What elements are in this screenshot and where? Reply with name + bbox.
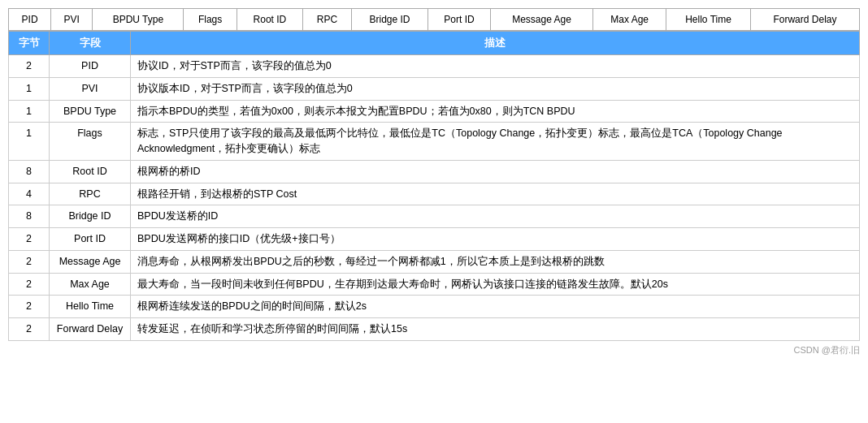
table-row: 2Forward Delay转发延迟，在侦听和学习状态所停留的时间间隔，默认15… xyxy=(9,318,860,341)
header-col: Port ID xyxy=(428,9,491,31)
header-col: Hello Time xyxy=(666,9,751,31)
cell-field: RPC xyxy=(50,183,131,205)
cell-field: Message Age xyxy=(50,250,131,273)
cell-desc: 根网桥的桥ID xyxy=(131,160,860,183)
header-col: Forward Delay xyxy=(750,9,859,31)
table-row: 2Hello Time根网桥连续发送的BPDU之间的时间间隔，默认2s xyxy=(9,296,860,318)
cell-field: BPDU Type xyxy=(50,100,131,123)
header-col: Flags xyxy=(184,9,237,31)
cell-desc: 转发延迟，在侦听和学习状态所停留的时间间隔，默认15s xyxy=(131,318,860,341)
table-row: 1PVI协议版本ID，对于STP而言，该字段的值总为0 xyxy=(9,77,860,100)
table-row: 2Message Age消息寿命，从根网桥发出BPDU之后的秒数，每经过一个网桥… xyxy=(9,250,860,273)
table-row: 8Root ID根网桥的桥ID xyxy=(9,160,860,183)
cell-desc: 指示本BPDU的类型，若值为0x00，则表示本报文为配置BPDU；若值为0x80… xyxy=(131,100,860,123)
cell-field: Forward Delay xyxy=(50,318,131,341)
table-row: 2Max Age最大寿命，当一段时间未收到任何BPDU，生存期到达最大寿命时，网… xyxy=(9,273,860,296)
table-row: 2Port IDBPDU发送网桥的接口ID（优先级+接口号） xyxy=(9,228,860,251)
header-col: PVI xyxy=(51,9,93,31)
cell-desc: 根路径开销，到达根桥的STP Cost xyxy=(131,183,860,205)
header-col: Bridge ID xyxy=(351,9,427,31)
cell-bytes: 2 xyxy=(9,318,50,341)
cell-bytes: 2 xyxy=(9,250,50,273)
cell-bytes: 8 xyxy=(9,160,50,183)
cell-bytes: 2 xyxy=(9,55,50,78)
cell-desc: 消息寿命，从根网桥发出BPDU之后的秒数，每经过一个网桥都减1，所以它本质上是到… xyxy=(131,250,860,273)
header-col: BPDU Type xyxy=(93,9,184,31)
table-row: 8Bridge IDBPDU发送桥的ID xyxy=(9,205,860,228)
header-col: Root ID xyxy=(237,9,302,31)
cell-field: PID xyxy=(50,55,131,78)
cell-field: Root ID xyxy=(50,160,131,183)
cell-field: Flags xyxy=(50,123,131,161)
cell-bytes: 1 xyxy=(9,100,50,123)
cell-desc: 协议版本ID，对于STP而言，该字段的值总为0 xyxy=(131,77,860,100)
cell-bytes: 1 xyxy=(9,123,50,161)
watermark-text: CSDN @君衍.旧 xyxy=(8,344,860,356)
cell-bytes: 8 xyxy=(9,205,50,228)
table-row: 4RPC根路径开销，到达根桥的STP Cost xyxy=(9,183,860,205)
cell-desc: BPDU发送网桥的接口ID（优先级+接口号） xyxy=(131,228,860,251)
cell-field: PVI xyxy=(50,77,131,100)
header-col: RPC xyxy=(303,9,352,31)
col-header-bytes: 字节 xyxy=(9,32,50,55)
table-row: 2PID协议ID，对于STP而言，该字段的值总为0 xyxy=(9,55,860,78)
table-row: 1BPDU Type指示本BPDU的类型，若值为0x00，则表示本报文为配置BP… xyxy=(9,100,860,123)
cell-field: Bridge ID xyxy=(50,205,131,228)
cell-bytes: 1 xyxy=(9,77,50,100)
col-header-field: 字段 xyxy=(50,32,131,55)
cell-desc: 最大寿命，当一段时间未收到任何BPDU，生存期到达最大寿命时，网桥认为该接口连接… xyxy=(131,273,860,296)
cell-field: Port ID xyxy=(50,228,131,251)
cell-desc: 标志，STP只使用了该字段的最高及最低两个比特位，最低位是TC（Topology… xyxy=(131,123,860,161)
cell-bytes: 2 xyxy=(9,296,50,318)
header-col: Max Age xyxy=(593,9,666,31)
main-table: 字节 字段 描述 2PID协议ID，对于STP而言，该字段的值总为01PVI协议… xyxy=(8,31,860,341)
cell-desc: 协议ID，对于STP而言，该字段的值总为0 xyxy=(131,55,860,78)
cell-desc: BPDU发送桥的ID xyxy=(131,205,860,228)
cell-field: Max Age xyxy=(50,273,131,296)
header-col: Message Age xyxy=(490,9,592,31)
packet-diagram-table: const d = JSON.parse(document.getElement… xyxy=(8,8,860,31)
header-col: PID xyxy=(9,9,51,31)
cell-desc: 根网桥连续发送的BPDU之间的时间间隔，默认2s xyxy=(131,296,860,318)
cell-field: Hello Time xyxy=(50,296,131,318)
cell-bytes: 2 xyxy=(9,228,50,251)
table-row: 1Flags标志，STP只使用了该字段的最高及最低两个比特位，最低位是TC（To… xyxy=(9,123,860,161)
col-header-desc: 描述 xyxy=(131,32,860,55)
cell-bytes: 2 xyxy=(9,273,50,296)
cell-bytes: 4 xyxy=(9,183,50,205)
